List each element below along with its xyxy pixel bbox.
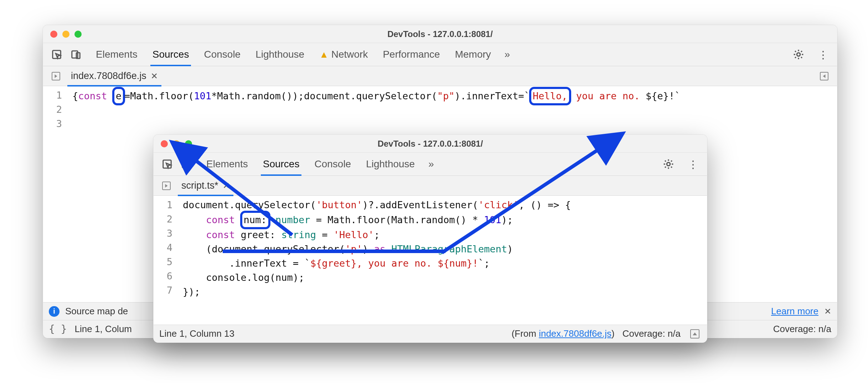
line-gutter: 123: [43, 86, 68, 302]
code-line-2: const num: number = Math.floor(Math.rand…: [183, 212, 707, 228]
tab-performance[interactable]: Performance: [381, 44, 441, 65]
tab-network[interactable]: ▲ Network: [318, 44, 369, 65]
traffic-lights[interactable]: [161, 140, 192, 147]
infobar-text: Source map de: [65, 306, 128, 317]
close-icon[interactable]: ✕: [223, 181, 230, 191]
tab-sources[interactable]: Sources: [151, 44, 191, 65]
code-line-1: {const e=Math.floor(101*Math.random());d…: [72, 88, 837, 104]
device-toggle-icon[interactable]: [69, 48, 82, 61]
tabs-overflow-icon[interactable]: »: [428, 158, 434, 170]
statusbar: Line 1, Column 13 (From index.7808df6e.j…: [154, 325, 707, 342]
highlight-num: num:: [240, 211, 270, 229]
window-title: DevTools - 127.0.0.1:8081/: [43, 29, 837, 39]
tab-memory[interactable]: Memory: [454, 44, 492, 65]
file-tab[interactable]: index.7808df6e.js ✕: [69, 68, 160, 84]
code-line-5: .innerText = `${greet}, you are no. ${nu…: [183, 256, 707, 271]
debugger-toggle-icon[interactable]: [818, 70, 831, 83]
navigator-toggle-icon[interactable]: [160, 179, 173, 192]
tab-elements[interactable]: Elements: [205, 153, 249, 175]
inspect-icon[interactable]: [161, 158, 174, 170]
tab-console[interactable]: Console: [313, 153, 352, 175]
pretty-print-icon[interactable]: { }: [49, 323, 67, 335]
tab-elements[interactable]: Elements: [94, 44, 139, 65]
from-label: (From index.7808df6e.js): [512, 328, 615, 339]
minimize-dot-icon[interactable]: [62, 31, 69, 38]
code-line-4: (document.querySelector('p') as HTMLPara…: [183, 242, 707, 256]
learn-more-link[interactable]: Learn more: [771, 306, 818, 317]
code-line-7: });: [183, 285, 707, 299]
highlight-hello: Hello,: [529, 87, 571, 105]
minimize-dot-icon[interactable]: [173, 140, 180, 147]
line-gutter: 1234567: [154, 196, 179, 325]
infobar-close-icon[interactable]: ✕: [824, 306, 831, 316]
tab-lighthouse[interactable]: Lighthouse: [365, 153, 416, 175]
traffic-lights[interactable]: [50, 31, 82, 38]
zoom-dot-icon[interactable]: [74, 31, 82, 38]
warning-icon: ▲: [319, 49, 329, 60]
code-content: document.querySelector('button')?.addEve…: [179, 196, 707, 325]
from-file-link[interactable]: index.7808df6e.js: [539, 328, 611, 339]
gear-icon[interactable]: [792, 48, 805, 61]
kebab-menu-icon[interactable]: ⋮: [817, 48, 830, 61]
panel-tabstrip: Elements Sources Console Lighthouse » ⋮: [154, 153, 707, 176]
window-title: DevTools - 127.0.0.1:8081/: [154, 139, 707, 149]
titlebar: DevTools - 127.0.0.1:8081/: [43, 25, 837, 43]
navigator-toggle-icon[interactable]: [50, 70, 62, 83]
file-tab-label: index.7808df6e.js: [71, 70, 146, 82]
tab-lighthouse[interactable]: Lighthouse: [254, 44, 306, 65]
device-toggle-icon[interactable]: [180, 158, 193, 170]
file-tab-bar: script.ts* ✕: [154, 176, 707, 196]
svg-point-3: [797, 53, 800, 56]
devtools-window-front: DevTools - 127.0.0.1:8081/ Elements Sour…: [153, 135, 707, 343]
panel-tabstrip: Elements Sources Console Lighthouse ▲ Ne…: [43, 43, 837, 66]
code-line-1: document.querySelector('button')?.addEve…: [183, 198, 707, 212]
svg-point-7: [667, 162, 670, 166]
stack-collapse-icon[interactable]: [688, 327, 701, 340]
close-icon[interactable]: ✕: [151, 71, 158, 81]
close-dot-icon[interactable]: [161, 140, 168, 147]
coverage-label: Coverage: n/a: [622, 328, 681, 339]
code-line-3: const greet: string = 'Hello';: [183, 228, 707, 242]
close-dot-icon[interactable]: [50, 31, 57, 38]
zoom-dot-icon[interactable]: [185, 140, 192, 147]
tab-console[interactable]: Console: [202, 44, 242, 65]
tabs-overflow-icon[interactable]: »: [505, 49, 510, 60]
kebab-menu-icon[interactable]: ⋮: [687, 158, 700, 170]
inspect-icon[interactable]: [50, 48, 63, 61]
file-tab-label: script.ts*: [181, 180, 218, 191]
coverage-label: Coverage: n/a: [773, 324, 831, 335]
highlight-e: e: [112, 87, 125, 105]
gear-icon[interactable]: [662, 158, 675, 170]
cursor-position: Line 1, Column 13: [159, 328, 234, 339]
titlebar: DevTools - 127.0.0.1:8081/: [154, 135, 707, 153]
file-tab-bar: index.7808df6e.js ✕: [43, 66, 837, 86]
file-tab[interactable]: script.ts* ✕: [179, 177, 232, 194]
code-line-6: console.log(num);: [183, 271, 707, 285]
code-editor[interactable]: 1234567 document.querySelector('button')…: [154, 196, 707, 325]
tab-sources[interactable]: Sources: [262, 153, 301, 175]
cursor-position: Line 1, Colum: [75, 324, 132, 335]
info-icon: i: [49, 306, 60, 317]
